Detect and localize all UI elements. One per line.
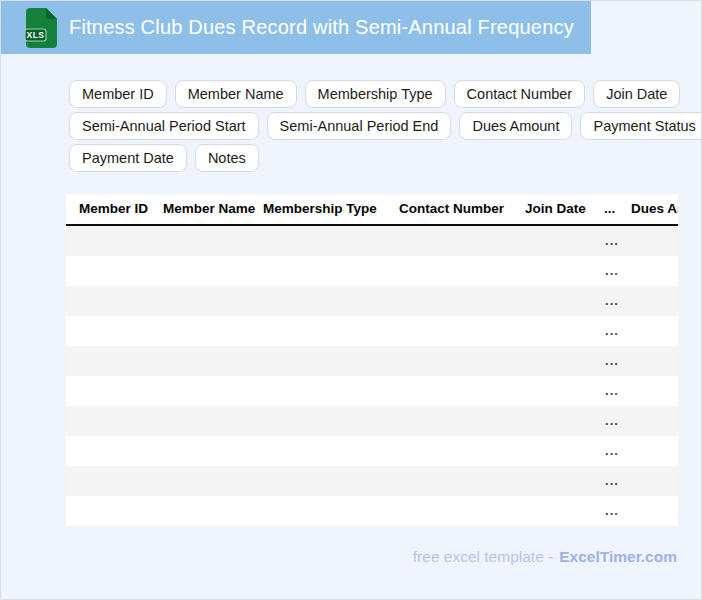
column-header-dues-amount: Dues Amount xyxy=(631,194,678,224)
table-row: ... xyxy=(66,346,678,376)
title-bar: XLS Fitness Club Dues Record with Semi-A… xyxy=(1,1,591,54)
table-row: ... xyxy=(66,316,678,346)
row-ellipsis: ... xyxy=(597,226,627,256)
xls-icon-label: XLS xyxy=(26,30,44,40)
table-row: ... xyxy=(66,406,678,436)
table-row: ... xyxy=(66,226,678,256)
chip-notes[interactable]: Notes xyxy=(195,144,259,172)
column-header-member-id: Member ID xyxy=(79,194,148,224)
table-row: ... xyxy=(66,286,678,316)
chip-member-id[interactable]: Member ID xyxy=(69,80,167,108)
page-title: Fitness Club Dues Record with Semi-Annua… xyxy=(69,16,574,39)
table-row: ... xyxy=(66,466,678,496)
dues-table: Member ID Member Name Membership Type Co… xyxy=(66,194,678,526)
footer: free excel template -ExcelTimer.com xyxy=(413,548,677,566)
row-ellipsis: ... xyxy=(597,466,627,496)
row-ellipsis: ... xyxy=(597,436,627,466)
row-ellipsis: ... xyxy=(597,496,627,526)
chip-membership-type[interactable]: Membership Type xyxy=(305,80,446,108)
xls-file-icon: XLS xyxy=(24,8,58,48)
table-header-row: Member ID Member Name Membership Type Co… xyxy=(66,194,678,226)
table-row: ... xyxy=(66,256,678,286)
row-ellipsis: ... xyxy=(597,406,627,436)
row-ellipsis: ... xyxy=(597,376,627,406)
footer-text: free excel template - xyxy=(413,548,553,565)
footer-brand-link[interactable]: ExcelTimer.com xyxy=(559,548,677,565)
row-ellipsis: ... xyxy=(597,316,627,346)
chip-join-date[interactable]: Join Date xyxy=(593,80,680,108)
chip-payment-date[interactable]: Payment Date xyxy=(69,144,187,172)
column-chips: Member ID Member Name Membership Type Co… xyxy=(69,80,702,176)
chip-dues-amount[interactable]: Dues Amount xyxy=(459,112,572,140)
table-row: ... xyxy=(66,376,678,406)
chip-row-1: Member ID Member Name Membership Type Co… xyxy=(69,80,702,108)
chip-row-3: Payment Date Notes xyxy=(69,144,702,172)
row-ellipsis: ... xyxy=(597,346,627,376)
row-ellipsis: ... xyxy=(597,256,627,286)
chip-row-2: Semi-Annual Period Start Semi-Annual Per… xyxy=(69,112,702,140)
chip-contact-number[interactable]: Contact Number xyxy=(454,80,586,108)
chip-semi-annual-period-start[interactable]: Semi-Annual Period Start xyxy=(69,112,259,140)
column-header-join-date: Join Date xyxy=(525,194,586,224)
column-header-collapsed-columns: ... xyxy=(604,194,615,224)
chip-payment-status[interactable]: Payment Status xyxy=(580,112,702,140)
column-header-contact-number: Contact Number xyxy=(399,194,504,224)
table-row: ... xyxy=(66,436,678,466)
column-header-member-name: Member Name xyxy=(163,194,255,224)
column-header-membership-type: Membership Type xyxy=(263,194,377,224)
row-ellipsis: ... xyxy=(597,286,627,316)
chip-member-name[interactable]: Member Name xyxy=(175,80,297,108)
table-body: ... ... ... ... ... ... ... ... ... ... xyxy=(66,226,678,526)
chip-semi-annual-period-end[interactable]: Semi-Annual Period End xyxy=(267,112,452,140)
table-row: ... xyxy=(66,496,678,526)
page: XLS Fitness Club Dues Record with Semi-A… xyxy=(0,0,702,600)
